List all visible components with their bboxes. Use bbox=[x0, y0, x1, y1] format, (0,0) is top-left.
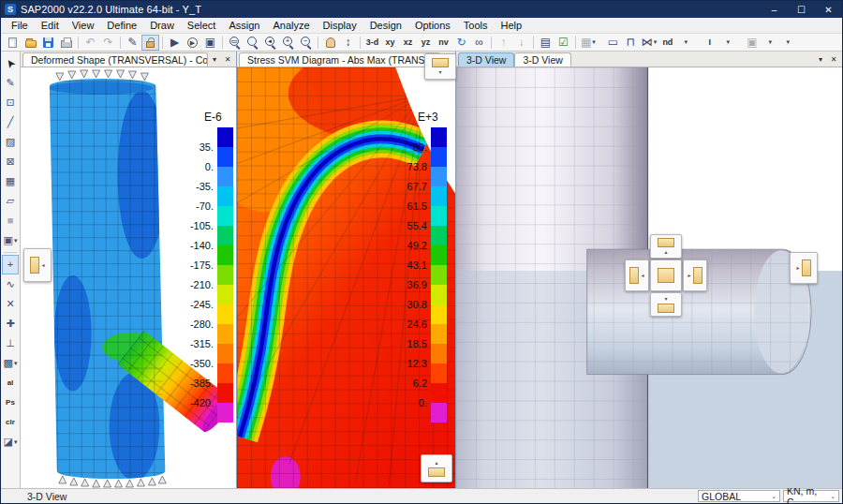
perspective-button[interactable]: ∞ bbox=[470, 35, 488, 51]
new-model-button[interactable] bbox=[4, 35, 22, 51]
coord-system-select[interactable]: GLOBAL ⌄ bbox=[698, 490, 780, 502]
menu-item-tools[interactable]: Tools bbox=[457, 19, 495, 32]
snap-grid-button[interactable]: ▩▾ bbox=[2, 353, 19, 373]
move-down-list-button[interactable]: ↓ bbox=[512, 35, 530, 51]
coord-system-value: GLOBAL bbox=[702, 491, 741, 502]
deformed-tab-close-button[interactable]: ✕ bbox=[221, 52, 234, 66]
save-button[interactable] bbox=[39, 35, 57, 51]
deformed-tab-menu-button[interactable]: ▾ bbox=[208, 52, 221, 66]
draw-quick-area-button[interactable]: ▱ bbox=[2, 191, 19, 211]
area-sections-dropdown[interactable]: ▾ bbox=[761, 35, 778, 51]
view-xy-button[interactable]: xy bbox=[381, 35, 399, 51]
menu-item-assign[interactable]: Assign bbox=[222, 19, 266, 32]
select-pointer-button[interactable]: ➤ bbox=[2, 53, 19, 73]
maximize-button[interactable]: ☐ bbox=[788, 1, 815, 18]
tab-stress-svm[interactable]: Stress SVM Diagram - Abs Max (TRANSVERSA… bbox=[239, 52, 440, 67]
snap-joints-button[interactable]: + bbox=[2, 255, 19, 274]
run-animation-button[interactable]: ▶ bbox=[184, 35, 201, 51]
lock-model-button[interactable] bbox=[141, 35, 159, 51]
more-display-button[interactable]: ▦▾ bbox=[579, 35, 598, 51]
zoom-in-button[interactable]: + bbox=[279, 35, 297, 51]
run-analysis-button[interactable]: ▶ bbox=[166, 35, 184, 51]
tab-deformed-shape[interactable]: Deformed Shape (TRANSVERSAL) - Contours … bbox=[22, 52, 208, 67]
dock-top-button[interactable]: ▾ bbox=[424, 53, 456, 80]
menu-item-draw[interactable]: Draw bbox=[143, 19, 181, 32]
draw-joint-button[interactable]: ⊡ bbox=[2, 93, 19, 112]
assign-restraints-button[interactable]: ⊓ bbox=[622, 35, 640, 51]
draw-rect-tool-button[interactable]: ▭ bbox=[604, 35, 622, 51]
select-previous-button[interactable]: Ps bbox=[2, 393, 19, 412]
draw-mode-button[interactable]: ✎ bbox=[124, 35, 141, 51]
deformed-shape-canvas[interactable]: E-635.0.-35.-70.-105.-140.-175.-210.-245… bbox=[21, 67, 236, 488]
pan-button[interactable] bbox=[321, 35, 339, 51]
draw-quick-frame-button[interactable]: ▨ bbox=[2, 132, 19, 152]
nd-dropdown[interactable]: ▾ bbox=[676, 35, 694, 51]
menu-item-options[interactable]: Options bbox=[408, 19, 457, 32]
menu-item-edit[interactable]: Edit bbox=[35, 19, 66, 32]
view3d-tab-menu-button[interactable]: ▾ bbox=[814, 52, 827, 66]
show-deformed-button[interactable]: ▣ bbox=[201, 35, 219, 51]
select-all-button[interactable]: al bbox=[2, 373, 19, 393]
zoom-previous-button[interactable]: ◂ bbox=[261, 35, 279, 51]
reshape-button[interactable]: ✎ bbox=[2, 73, 19, 93]
object-models-button[interactable]: ▤ bbox=[537, 35, 555, 51]
menu-item-define[interactable]: Define bbox=[100, 19, 143, 32]
display-options-button[interactable]: ☑ bbox=[555, 35, 572, 51]
redo-button[interactable]: ↷ bbox=[99, 35, 117, 51]
view-xz-button[interactable]: xz bbox=[399, 35, 417, 51]
status-view-label: 3-D View bbox=[1, 491, 698, 502]
dock-left-button[interactable]: ◂ bbox=[23, 248, 52, 282]
snap-perpendicular-button[interactable]: ⊥ bbox=[2, 334, 19, 353]
dock-pad-top-button[interactable]: ▴ bbox=[650, 234, 682, 259]
tab-3d-view-1[interactable]: 3-D View bbox=[458, 52, 514, 67]
units-select[interactable]: KN, m, C ⌄ bbox=[783, 490, 839, 502]
delete-button[interactable]: ✕ bbox=[2, 294, 19, 314]
view-nv-button[interactable]: nv bbox=[435, 35, 452, 51]
open-file-button[interactable] bbox=[22, 35, 39, 51]
menu-item-file[interactable]: File bbox=[5, 19, 35, 32]
clear-selection-button[interactable]: clr bbox=[2, 412, 19, 432]
zoom-full-button[interactable] bbox=[244, 35, 261, 51]
view-3d-button[interactable]: 3-d bbox=[363, 35, 381, 51]
snap-frames-button[interactable]: ∿ bbox=[2, 274, 19, 294]
menu-item-analyze[interactable]: Analyze bbox=[266, 19, 316, 32]
snap-intersections-button[interactable]: ✚ bbox=[2, 314, 19, 334]
draw-special-button[interactable]: ▣▾ bbox=[2, 230, 19, 250]
frame-releases-button[interactable]: ⋈▾ bbox=[640, 35, 659, 51]
dock-pad-bottom-button[interactable]: ▾ bbox=[650, 292, 682, 317]
dock-pad-center-button[interactable] bbox=[650, 259, 682, 291]
menu-item-select[interactable]: Select bbox=[181, 19, 223, 32]
menu-item-design[interactable]: Design bbox=[363, 19, 408, 32]
nd-button[interactable]: nd bbox=[658, 35, 676, 51]
draw-solid-button[interactable]: ■ bbox=[2, 211, 19, 230]
dock-right-button[interactable]: ▸ bbox=[790, 252, 818, 284]
more-tools-dropdown[interactable]: ▾ bbox=[778, 35, 796, 51]
print-button[interactable] bbox=[57, 35, 75, 51]
assign-paint-button[interactable]: ◪▾ bbox=[2, 432, 19, 452]
view3d-tab-close-button[interactable]: ✕ bbox=[827, 52, 840, 66]
dock-bottom-button[interactable]: ▴ bbox=[421, 454, 452, 482]
frame-sections-button[interactable]: I bbox=[701, 35, 718, 51]
rotate-view-button[interactable]: ↻ bbox=[452, 35, 470, 51]
menu-item-view[interactable]: View bbox=[66, 19, 101, 32]
move-up-list-button[interactable]: ↑ bbox=[495, 35, 512, 51]
draw-frame-button[interactable]: ╱ bbox=[2, 112, 19, 132]
area-sections-button[interactable]: ▣ bbox=[743, 35, 761, 51]
zoom-out-button[interactable]: − bbox=[297, 35, 315, 51]
view-yz-button[interactable]: yz bbox=[417, 35, 435, 51]
frame-sections-dropdown[interactable]: ▾ bbox=[718, 35, 736, 51]
stress-svm-canvas[interactable]: E+380.73.867.761.555.449.243.136.930.824… bbox=[237, 67, 455, 488]
shrink-objects-button[interactable]: ↕ bbox=[339, 35, 357, 51]
undo-button[interactable]: ↶ bbox=[81, 35, 99, 51]
close-button[interactable]: ✕ bbox=[815, 1, 842, 18]
zoom-rect-button[interactable]: ▭ bbox=[226, 35, 244, 51]
draw-poly-area-button[interactable]: ⊠ bbox=[2, 152, 19, 171]
chevron-down-icon: ⌄ bbox=[771, 493, 776, 500]
dock-pad-right-button[interactable]: ▸ bbox=[683, 259, 707, 291]
menu-item-help[interactable]: Help bbox=[495, 19, 529, 32]
draw-rect-area-button[interactable]: ▦ bbox=[2, 171, 19, 191]
menu-item-display[interactable]: Display bbox=[317, 19, 363, 32]
tab-3d-view-2[interactable]: 3-D View bbox=[514, 52, 570, 67]
minimize-button[interactable]: – bbox=[761, 1, 788, 18]
dock-pad-left-button[interactable]: ◂ bbox=[625, 259, 649, 291]
